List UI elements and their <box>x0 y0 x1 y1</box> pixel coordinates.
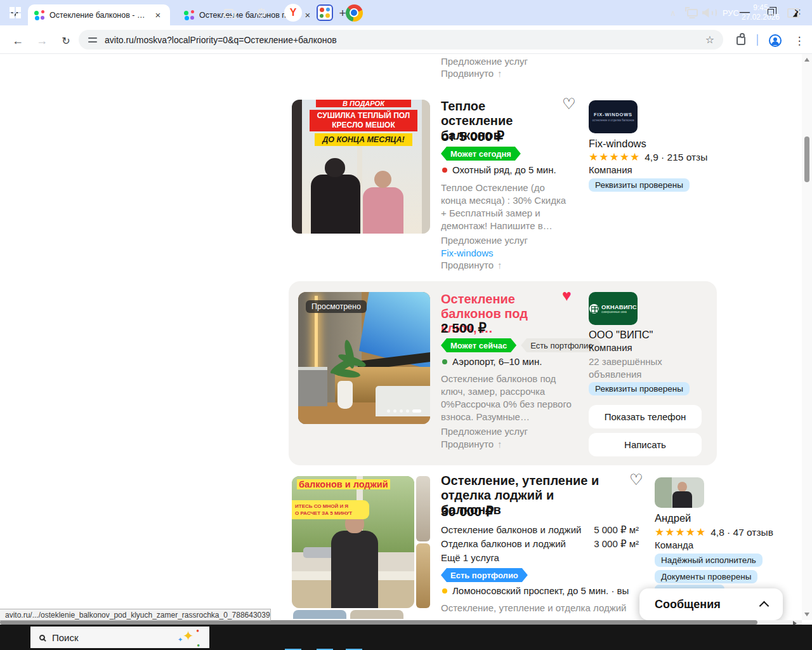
pinned-app-button[interactable] <box>312 0 337 25</box>
show-phone-button[interactable]: Показать телефон <box>589 405 702 428</box>
listing3-description: Остекление, утепление и отделка лоджий <box>441 602 639 614</box>
trusted-badge: Надёжный исполнитель <box>655 554 763 567</box>
promoted-arrow-icon: ↑ <box>497 68 502 79</box>
photo-ribbon: СУШИЛКА ТЕПЛЫЙ ПОЛ КРЕСЛО МЕШОК <box>310 110 417 131</box>
listing1-seller-logo[interactable]: FIX-WINDOWS остекление и отделка балконо… <box>589 100 638 133</box>
listing2-seller-type: Компания <box>589 342 632 353</box>
tray-expand-button[interactable]: ∧ <box>665 0 681 25</box>
task-view-button[interactable] <box>216 0 241 25</box>
listing2-seller-logo[interactable]: ОКНАВИПС совершенные окна <box>589 292 638 325</box>
prev-listing-category: Предложение услуг <box>441 56 528 67</box>
address-bar[interactable]: avito.ru/moskva?localPriority=0&q=Остекл… <box>79 30 723 50</box>
volume-button[interactable] <box>699 0 719 25</box>
promoted-arrow-icon: ↑ <box>497 260 502 270</box>
listing1-rating: ★★★★★ 4,9 · 215 отзы <box>589 150 707 164</box>
messages-panel[interactable]: Сообщения <box>639 588 783 620</box>
photo-speech-bubble: ИТЕСЬ СО МНОЙ И Я О РАСЧЕТ ЗА 5 МИНУТ <box>292 500 369 519</box>
vertical-scrollbar[interactable] <box>802 54 812 620</box>
screen: Остекление балконов - Авито × Остекление… <box>0 0 812 650</box>
horizontal-scrollbar-thumb[interactable] <box>0 620 757 625</box>
scroll-down-arrow[interactable] <box>804 613 809 616</box>
listing3-bottom-thumbnail[interactable] <box>350 610 403 619</box>
favorite-heart-icon-active[interactable]: ♥ <box>562 288 572 303</box>
search-icon <box>39 635 45 640</box>
tray-date: 27.02.2026 <box>742 13 780 22</box>
favorite-heart-icon[interactable]: ♡ <box>562 96 576 112</box>
scroll-up-arrow[interactable] <box>804 58 809 62</box>
listing1-seller-name[interactable]: Fix-windows <box>589 138 646 150</box>
listing2-promoted: Продвинуто↑ <box>441 439 502 449</box>
vertical-scrollbar-thumb[interactable] <box>804 136 809 182</box>
star-rating-icons: ★★★★★ <box>589 150 640 164</box>
clock[interactable]: 9:45 27.02.2026 <box>741 0 780 25</box>
tab-close-icon[interactable]: × <box>152 10 164 21</box>
tab-title: Остекление балконов - Авито <box>49 11 147 20</box>
tab-avito-search[interactable]: Остекление балконов - Авито × <box>28 4 170 25</box>
profile-icon <box>769 34 782 47</box>
star-rating-icons: ★★★★★ <box>655 526 706 539</box>
menu-button[interactable]: ⋮ <box>790 32 808 50</box>
listing3-photo-thumbnails[interactable] <box>416 476 430 608</box>
listing3-seller-type: Команда <box>655 540 693 550</box>
chevron-up-icon: ∧ <box>670 8 676 18</box>
photo-ribbon: ДО КОНЦА МЕСЯЦА! <box>315 133 412 146</box>
photo-ribbon: В ПОДАРОК <box>316 100 411 107</box>
listing2-seller-name[interactable]: ООО "ВИПС" <box>589 329 653 341</box>
yandex-browser-button[interactable]: Y <box>280 0 306 25</box>
listing1-seller-link[interactable]: Fix-windows <box>441 248 494 258</box>
listing2-location: Аэропорт, 6–10 мин. <box>442 356 542 367</box>
service-row: Отделка балконов и лоджий3 000 ₽ м² <box>441 537 639 551</box>
horizontal-scrollbar[interactable] <box>0 620 802 625</box>
service-row-more[interactable]: Ещё 1 услуга <box>441 551 639 565</box>
availability-badge: Может сегодня <box>441 147 521 161</box>
task-view-icon <box>224 9 233 17</box>
listing1-description: Теплое Остекление (до конца месяца) : 30… <box>441 182 573 233</box>
listing3-seller-avatar[interactable] <box>655 477 704 508</box>
reload-button[interactable]: ↻ <box>57 32 75 50</box>
kebab-menu-icon: ⋮ <box>794 34 805 48</box>
listing3-bottom-thumbnail[interactable] <box>293 610 346 619</box>
notification-icon <box>787 8 799 18</box>
tray-time: 9:45 <box>742 3 780 13</box>
avito-favicon <box>184 10 194 20</box>
language-indicator[interactable]: РУС <box>718 0 743 25</box>
listing2-description: Остекление балконов под ключ, замер, рас… <box>441 373 573 424</box>
back-button[interactable]: ← <box>9 32 27 50</box>
network-icon <box>687 9 698 17</box>
listing1-seller-type: Компания <box>589 164 632 175</box>
listing3-price: 30 000 ₽ <box>441 504 494 519</box>
viewed-badge: Просмотрено <box>306 300 367 313</box>
carousel-dots[interactable] <box>387 409 421 413</box>
documents-badge: Документы проверены <box>655 570 757 583</box>
favorite-heart-icon[interactable]: ♡ <box>629 472 643 488</box>
chrome-icon <box>346 4 363 22</box>
forward-button[interactable]: → <box>33 32 51 50</box>
start-button[interactable] <box>0 0 30 25</box>
write-message-button[interactable]: Написать <box>589 433 702 456</box>
extensions-button[interactable] <box>732 32 750 50</box>
listing2-photo[interactable]: Просмотрено <box>298 292 430 424</box>
chrome-button[interactable] <box>341 0 367 25</box>
action-center-button[interactable] <box>782 0 804 25</box>
colored-dots-app-icon <box>317 4 333 21</box>
listing3-rating: ★★★★★ 4,8 · 47 отзыв <box>655 526 773 539</box>
listing3-seller-name[interactable]: Андрей <box>655 512 691 524</box>
profile-button[interactable] <box>766 32 784 50</box>
prev-listing-promoted: Продвинуто↑ <box>441 68 502 79</box>
listing1-promoted: Продвинуто↑ <box>441 260 502 270</box>
bookmark-star-icon[interactable]: ☆ <box>705 34 714 46</box>
metro-dot-icon <box>442 588 447 594</box>
taskbar-search-box[interactable]: Поиск ✦✦●● <box>30 627 209 648</box>
site-info-icon[interactable] <box>88 36 97 44</box>
portfolio-badge: Есть портфолио <box>441 568 528 582</box>
listing1-photo[interactable]: В ПОДАРОК СУШИЛКА ТЕПЛЫЙ ПОЛ КРЕСЛО МЕШО… <box>292 100 430 234</box>
windows-logo-icon <box>10 7 21 18</box>
listing3-photo[interactable]: балконов и лоджий ИТЕСЬ СО МНОЙ И Я О РА… <box>292 476 414 608</box>
metro-dot-icon <box>442 359 447 364</box>
photo-headline: балконов и лоджий <box>297 479 411 489</box>
toolbar-divider <box>757 34 758 46</box>
settings-button[interactable]: ⚙ <box>249 0 274 25</box>
gear-icon: ⚙ <box>256 5 267 20</box>
listing2-category: Предложение услуг <box>441 426 528 437</box>
puzzle-icon <box>737 36 745 45</box>
